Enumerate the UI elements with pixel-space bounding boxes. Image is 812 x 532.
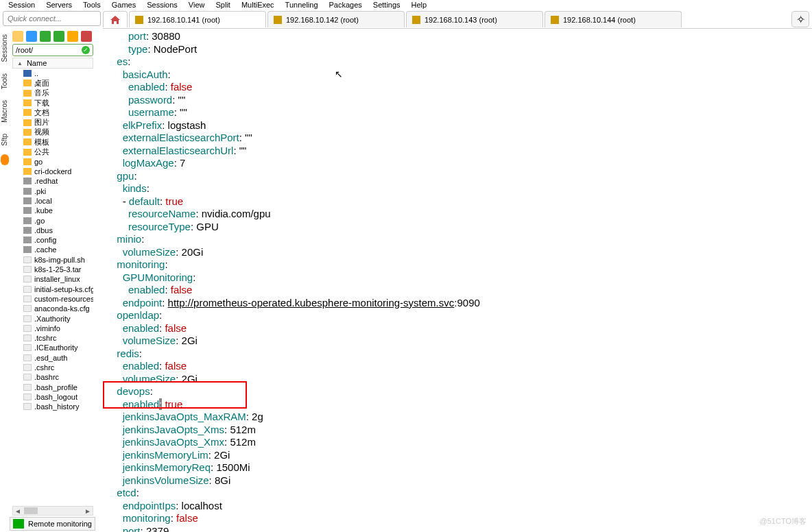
file-tree[interactable]: ..桌面音乐下载文档图片视频模板公共gocri-dockerd.redhat.p… (12, 69, 93, 506)
scroll-left-arrow[interactable]: ◄ (13, 507, 23, 515)
tool-newfolder[interactable] (67, 31, 78, 42)
tree-item[interactable]: anaconda-ks.cfg (12, 304, 93, 313)
folder-icon (23, 227, 32, 234)
menu-tools[interactable]: Tools (77, 1, 106, 9)
terminal-icon (135, 16, 143, 24)
tree-item[interactable]: 模板 (12, 137, 93, 147)
tree-item[interactable]: custom-resources.yam (12, 294, 93, 304)
folder-icon (23, 80, 32, 86)
terminal-icon (274, 16, 282, 24)
tree-item[interactable]: .bash_history (12, 402, 93, 411)
file-icon (23, 335, 32, 341)
tab-0[interactable]: 192.168.10.141 (root) (129, 11, 266, 27)
tree-item[interactable]: .config (12, 235, 93, 245)
tree-item-label: .bash_logout (34, 393, 77, 401)
file-icon (23, 344, 32, 351)
menu-servers[interactable]: Servers (40, 1, 77, 9)
status-text[interactable]: Remote monitoring (28, 520, 92, 528)
plus-icon: ✧ (796, 13, 805, 26)
tree-item-label: .bashrc (34, 373, 59, 381)
tree-item[interactable]: .redhat (12, 176, 93, 186)
quick-connect-input[interactable] (3, 11, 101, 26)
menu-games[interactable]: Games (106, 1, 141, 9)
tree-item[interactable]: installer_linux (12, 274, 93, 284)
tree-item[interactable]: k8s-img-pull.sh (12, 255, 93, 265)
new-tab-button[interactable]: ✧ (791, 11, 809, 27)
tab-1-label: 192.168.10.142 (root) (286, 16, 359, 24)
menu-settings[interactable]: Settings (368, 1, 406, 9)
tree-item[interactable]: .viminfo (12, 324, 93, 333)
side-tab-macros[interactable]: Macros (0, 95, 9, 128)
name-column-header[interactable]: Name (12, 58, 93, 69)
menu-tunneling[interactable]: Tunneling (280, 1, 324, 9)
side-dot-orange[interactable] (1, 154, 9, 165)
tool-delete[interactable] (81, 31, 92, 42)
menu-packages[interactable]: Packages (324, 1, 368, 9)
tree-item[interactable]: .pki (12, 186, 93, 196)
tree-item-label: .bash_profile (34, 383, 77, 391)
file-icon (23, 384, 32, 391)
tree-item[interactable]: .esd_auth (12, 353, 93, 363)
menu-view[interactable]: View (183, 1, 211, 9)
terminal-output[interactable]: port: 30880 type: NodePort es: basicAuth… (103, 29, 812, 532)
path-input[interactable]: /root/ ✓ (12, 44, 93, 56)
tree-item[interactable]: .bash_profile (12, 383, 93, 392)
tree-item-label: .go (34, 217, 45, 225)
tree-item[interactable]: .cache (12, 245, 93, 254)
terminal-icon (551, 16, 559, 24)
tree-item[interactable]: 音乐 (12, 88, 93, 98)
tree-item[interactable]: initial-setup-ks.cfg (12, 285, 93, 294)
tree-item[interactable]: .kube (12, 206, 93, 215)
scroll-right-arrow[interactable]: ► (83, 507, 93, 515)
side-tab-tools[interactable]: Tools (0, 68, 9, 95)
tree-item[interactable]: 桌面 (12, 78, 93, 88)
tree-item[interactable]: k8s-1-25-3.tar (12, 265, 93, 274)
tool-download[interactable] (26, 31, 37, 42)
side-tab-sessions[interactable]: Sessions (0, 29, 9, 68)
tree-item[interactable]: cri-dockerd (12, 167, 93, 176)
tree-item[interactable]: .ICEauthority (12, 343, 93, 352)
menu-sessions[interactable]: Sessions (141, 1, 183, 9)
tree-item-label: 公共 (34, 147, 49, 157)
tree-item-label: 视频 (34, 127, 49, 137)
tree-item[interactable]: 视频 (12, 128, 93, 137)
tree-item[interactable]: .go (12, 215, 93, 225)
tab-1[interactable]: 192.168.10.142 (root) (267, 11, 405, 27)
tree-item[interactable]: .bash_logout (12, 392, 93, 402)
tree-item[interactable]: .. (12, 69, 93, 78)
home-tab[interactable] (103, 11, 128, 27)
tab-3[interactable]: 192.168.10.144 (root) (545, 11, 682, 27)
tree-item[interactable]: 下载 (12, 98, 93, 108)
tree-item[interactable]: 公共 (12, 147, 93, 156)
tree-item[interactable]: .Xauthority (12, 313, 93, 323)
horizontal-scrollbar[interactable]: ◄ ► (12, 506, 93, 516)
side-tab-sftp[interactable]: Sftp (0, 128, 9, 152)
tree-item[interactable]: go (12, 157, 93, 167)
tab-0-label: 192.168.10.141 (root) (147, 16, 220, 24)
tree-item[interactable]: .cshrc (12, 363, 93, 372)
tree-item[interactable]: .local (12, 196, 93, 206)
tree-item[interactable]: .bashrc (12, 372, 93, 382)
file-icon (23, 305, 32, 312)
menu-help[interactable]: Help (406, 1, 433, 9)
endpoint-link[interactable]: http://prometheus-operated.kubesphere-mo… (168, 297, 455, 309)
tool-upload[interactable] (40, 31, 51, 42)
menu-session[interactable]: Session (3, 1, 40, 9)
tree-item-label: .esd_auth (34, 354, 67, 362)
tree-item-label: cri-dockerd (34, 167, 71, 176)
tree-item[interactable]: 文档 (12, 108, 93, 117)
menu-split[interactable]: Split (211, 1, 236, 9)
tool-refresh[interactable] (53, 31, 64, 42)
tree-item-label: anaconda-ks.cfg (34, 304, 90, 313)
tree-item[interactable]: .tcshrc (12, 333, 93, 343)
file-icon (23, 374, 32, 380)
tree-item-label: 下载 (34, 98, 49, 108)
scroll-thumb[interactable] (24, 507, 38, 514)
tool-btn-1[interactable] (12, 31, 23, 42)
tree-item[interactable]: .dbus (12, 226, 93, 235)
menu-multiexec[interactable]: MultiExec (236, 1, 280, 9)
tree-item-label: .ICEauthority (34, 343, 78, 352)
monitor-icon (13, 519, 24, 529)
tab-2[interactable]: 192.168.10.143 (root) (406, 11, 543, 27)
tree-item[interactable]: 图片 (12, 117, 93, 127)
